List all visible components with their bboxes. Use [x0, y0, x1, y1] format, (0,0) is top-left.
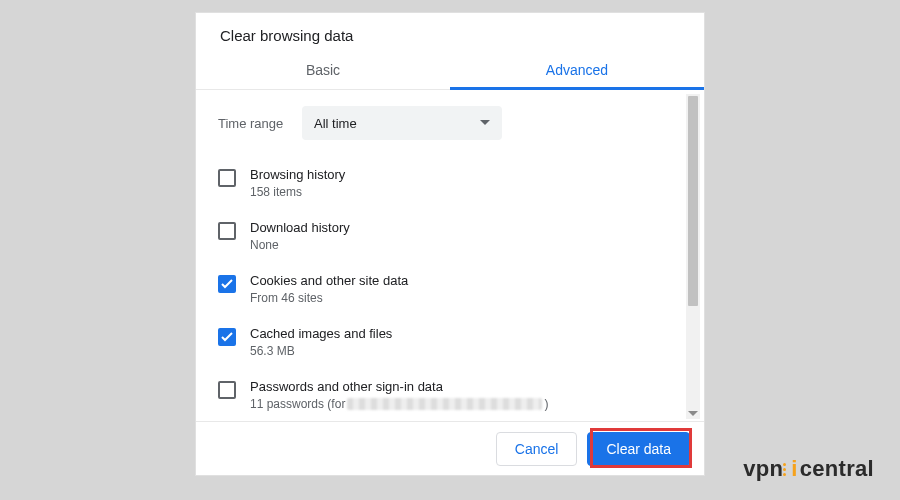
checkbox-cookies[interactable] [218, 275, 236, 293]
item-sub: From 46 sites [250, 290, 408, 306]
time-range-label: Time range [218, 116, 290, 131]
watermark-i-icon: i [789, 456, 799, 482]
chevron-down-icon [480, 120, 490, 126]
clear-browsing-data-dialog: Clear browsing data Basic Advanced Time … [195, 12, 705, 476]
item-label: Browsing history [250, 166, 345, 184]
list-item[interactable]: Browsing history 158 items [214, 158, 694, 211]
item-label: Cookies and other site data [250, 272, 408, 290]
dialog-footer: Cancel Clear data [196, 421, 704, 475]
scrollbar-thumb[interactable] [688, 96, 698, 306]
dialog-title: Clear browsing data [196, 13, 704, 52]
list-item[interactable]: Cookies and other site data From 46 site… [214, 264, 694, 317]
checkbox-cached[interactable] [218, 328, 236, 346]
scroll-area: Time range All time Browsing history 158… [196, 90, 704, 425]
watermark-dots-icon [783, 463, 786, 476]
watermark-right: central [800, 456, 874, 482]
clear-data-button[interactable]: Clear data [587, 432, 690, 466]
tab-basic-label: Basic [306, 62, 340, 78]
item-sub: 158 items [250, 184, 345, 200]
list-item[interactable]: Passwords and other sign-in data 11 pass… [214, 370, 694, 423]
checkbox-passwords[interactable] [218, 381, 236, 399]
item-sub: None [250, 237, 350, 253]
time-range-select[interactable]: All time [302, 106, 502, 140]
time-range-row: Time range All time [214, 106, 694, 140]
checkbox-browsing-history[interactable] [218, 169, 236, 187]
clear-data-button-label: Clear data [606, 441, 671, 457]
cancel-button[interactable]: Cancel [496, 432, 578, 466]
item-label: Cached images and files [250, 325, 392, 343]
scroll-content: Time range All time Browsing history 158… [196, 90, 704, 425]
scrollbar[interactable] [686, 94, 700, 419]
item-sub-prefix: 11 passwords (for [250, 396, 345, 412]
cancel-button-label: Cancel [515, 441, 559, 457]
tab-basic[interactable]: Basic [196, 52, 450, 89]
checkbox-download-history[interactable] [218, 222, 236, 240]
time-range-value: All time [314, 116, 357, 131]
item-sub-suffix: ) [544, 396, 548, 412]
list-item[interactable]: Download history None [214, 211, 694, 264]
item-label: Download history [250, 219, 350, 237]
watermark-left: vpn [743, 456, 783, 482]
item-label: Passwords and other sign-in data [250, 378, 548, 396]
list-item[interactable]: Cached images and files 56.3 MB [214, 317, 694, 370]
item-sub: 56.3 MB [250, 343, 392, 359]
watermark: vpn i central [743, 456, 874, 482]
tabs: Basic Advanced [196, 52, 704, 90]
tab-advanced[interactable]: Advanced [450, 52, 704, 89]
redacted-text [347, 398, 542, 410]
tab-advanced-label: Advanced [546, 62, 608, 78]
item-sub: 11 passwords (for ) [250, 396, 548, 412]
scrollbar-down-icon[interactable] [688, 411, 698, 416]
